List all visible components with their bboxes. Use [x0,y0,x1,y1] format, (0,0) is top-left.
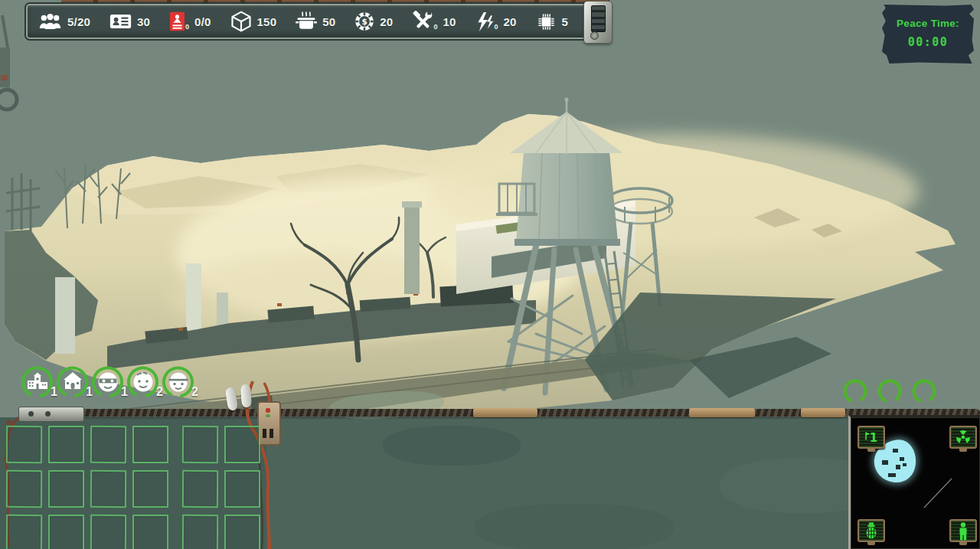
raider-face-icon [94,368,122,396]
power-plug-box [257,401,281,446]
child-face-badge[interactable]: 2 [126,364,160,400]
inventory-slot[interactable] [224,470,260,508]
resource-bar: 5/20 30 00/0 150 50 $20 010 020 5 [28,5,608,38]
peace-timer-label: Peace Time: [882,18,974,29]
fuse-cylinder [240,384,252,408]
tools-icon [412,11,433,32]
raider-face-badge[interactable]: 1 [90,364,125,400]
svg-text:1: 1 [870,431,877,445]
resource-value: 150 [257,15,277,28]
shelter-building-icon [59,368,87,396]
population-icon [38,12,62,31]
grenade-icon [859,521,884,541]
residents-card-icon [109,13,132,30]
resource-sub-value: 0 [495,23,498,31]
svg-text:$: $ [362,17,368,26]
map-scratch [924,479,952,508]
resource-sub-value: 0 [433,23,437,31]
food-pot-resource: 50 [296,11,335,31]
resource-value: 5/20 [67,15,90,28]
materials-crate-icon [230,11,252,32]
electronics-chip-resource: 5 [536,11,569,32]
resource-value: 5 [562,15,569,28]
rope-wrap [689,408,755,417]
person-icon [951,521,975,541]
marker-1-icon: 1 [859,427,884,447]
peace-timer-value: 00:00 [882,35,974,49]
waypoint-1-button[interactable]: 1 [858,426,885,449]
school-building-icon [24,368,51,396]
inventory-slot[interactable] [224,515,260,549]
energy-bolt-resource: 020 [475,11,517,32]
inventory-slot[interactable] [90,470,126,508]
shelter-alert-resource: 00/0 [169,11,211,31]
status-ring [842,377,868,406]
school-building-badge[interactable]: 1 [20,364,54,400]
unit-summary-row: 1 1 1 2 2 [20,364,195,400]
status-ring [877,377,903,406]
residents-card-resource: 30 [109,13,150,30]
status-ring [911,377,937,406]
inventory-slot[interactable] [90,426,126,463]
resource-value: 50 [322,15,335,28]
population-resource: 5/20 [38,12,90,31]
worker-face-icon [165,368,192,396]
food-pot-icon [296,11,317,31]
inventory-grid [6,426,253,549]
frame-pipe [61,0,609,5]
inventory-slot[interactable] [48,515,84,549]
unit-count: 2 [191,385,198,399]
child-face-icon [129,368,157,396]
grenade-button[interactable] [858,519,885,542]
inventory-slot[interactable] [182,470,218,508]
energy-bolt-icon [475,11,495,32]
materials-crate-resource: 150 [230,11,277,32]
money-chip-resource: $20 [354,11,393,31]
resource-value: 20 [380,15,393,28]
radiation-icon [951,427,975,447]
left-edge-machine [0,15,17,109]
inventory-slot[interactable] [6,426,42,463]
radiation-button[interactable] [949,426,977,449]
resource-value: 20 [504,15,517,28]
rope-wrap [801,408,845,417]
survivor-button[interactable] [949,519,977,542]
metal-bracket [18,407,84,422]
bar-end-device [583,1,612,44]
inventory-slot[interactable] [132,426,168,463]
resource-sub-value: 0 [185,23,189,31]
money-chip-icon: $ [354,11,374,31]
resource-value: 0/0 [194,15,211,28]
inventory-slot[interactable] [224,426,260,463]
rope-wrap [473,408,537,417]
minimap[interactable]: 1 [848,415,980,549]
electronics-chip-icon [536,11,557,32]
camo-patch [383,426,521,466]
inventory-slot[interactable] [182,426,218,463]
inventory-slot[interactable] [48,426,84,463]
inventory-slot[interactable] [90,515,126,549]
knob-icon [590,31,599,40]
tools-resource: 010 [412,11,456,32]
inventory-slot[interactable] [6,515,42,549]
status-ring-row [842,377,937,406]
game-screen: 5/20 30 00/0 150 50 $20 010 020 5 Peace … [0,0,980,549]
worker-face-badge[interactable]: 2 [161,364,195,400]
camo-patch [475,504,674,549]
resource-value: 30 [137,15,150,28]
shelter-building-badge[interactable]: 1 [55,364,90,400]
shelter-alert-icon [169,11,185,31]
inventory-slot[interactable] [182,515,218,549]
inventory-slot[interactable] [132,470,168,508]
resource-value: 10 [443,15,456,28]
inventory-slot[interactable] [48,470,84,508]
inventory-slot[interactable] [6,470,42,508]
peace-timer-panel: Peace Time: 00:00 [882,5,974,64]
inventory-slot[interactable] [132,515,168,549]
